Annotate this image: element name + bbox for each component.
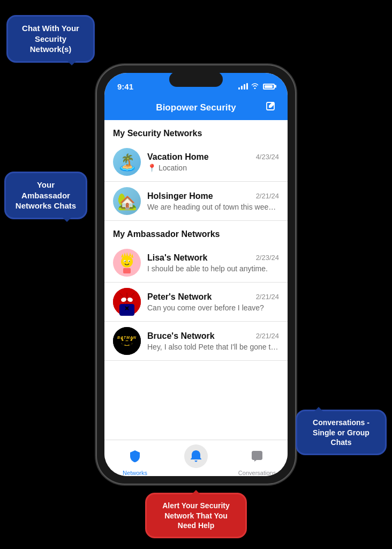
chat-info: Lisa's Network 2/23/24 I should be able … [147, 253, 279, 273]
chat-top-row: Vacation Home 4/23/24 [147, 152, 279, 162]
chat-name: Bruce's Network [147, 331, 215, 341]
chat-preview: Hey, I also told Pete that I'll be gone … [147, 343, 279, 351]
tab-conversations[interactable]: Conversations [227, 444, 288, 476]
bubble-ambassador-chats: Your Ambassador Networks Chats [4, 172, 87, 219]
chat-info: Peter's Network 2/21/24 Can you come ove… [147, 292, 279, 312]
chat-bubble-icon [250, 449, 264, 463]
chat-top-row: Holsinger Home 2/21/24 [147, 191, 279, 201]
navigation-bar: Biopower Security [104, 97, 288, 120]
svg-point-11 [129, 261, 130, 262]
list-item[interactable]: Lisa's Network 2/23/24 I should be able … [104, 243, 288, 283]
svg-point-10 [125, 261, 126, 262]
signal-bars-icon [238, 83, 248, 90]
chat-name: Lisa's Network [147, 253, 207, 263]
avatar [113, 288, 141, 316]
chat-date: 2/21/24 [256, 293, 279, 301]
compose-icon[interactable] [262, 101, 277, 115]
chat-info: Bruce's Network 2/21/24 Hey, I also told… [147, 331, 279, 351]
bubble-alert-network: Alert Your Security Network That You Nee… [145, 493, 247, 538]
svg-text:BATMAN: BATMAN [117, 336, 137, 339]
avatar [113, 249, 141, 277]
phone-screen: 9:41 [104, 73, 288, 476]
shield-icon [128, 449, 142, 463]
chat-date: 4/23/24 [256, 153, 279, 161]
chat-date: 2/21/24 [256, 332, 279, 340]
tab-networks-icon-container [123, 444, 147, 468]
list-item[interactable]: 🏝️ Vacation Home 4/23/24 📍 Location [104, 143, 288, 182]
status-icons [238, 82, 275, 91]
bubble-conversations: Conversations - Single or Group Chats [296, 410, 387, 455]
chat-name: Holsinger Home [147, 191, 213, 201]
bubble-chat-with-networks: Chat With Your Security Network(s) [6, 15, 95, 63]
dynamic-island [169, 72, 223, 87]
chat-info: Holsinger Home 2/21/24 We are heading ou… [147, 191, 279, 211]
chat-name: Vacation Home [147, 152, 209, 162]
chat-preview: 📍 Location [147, 164, 279, 172]
status-time: 9:41 [117, 82, 133, 91]
tab-alert-icon-container [184, 444, 208, 468]
chat-top-row: Lisa's Network 2/23/24 [147, 253, 279, 263]
svg-point-2 [121, 256, 133, 268]
list-item[interactable]: BATMAN Bruce's Network 2/21/24 [104, 322, 288, 361]
svg-rect-21 [119, 304, 134, 316]
avatar: BATMAN [113, 327, 141, 355]
tab-alert[interactable] [165, 444, 227, 470]
chat-date: 2/21/24 [256, 192, 279, 200]
list-item[interactable]: Peter's Network 2/21/24 Can you come ove… [104, 283, 288, 322]
svg-rect-12 [123, 268, 131, 273]
tab-bar: Networks Conversatio [104, 440, 288, 476]
wifi-icon [251, 82, 259, 91]
ambassador-networks-header: My Ambassador Networks [104, 221, 288, 243]
chat-list-content: My Security Networks 🏝️ Vacation Home 4/… [104, 120, 288, 440]
tab-networks[interactable]: Networks [104, 444, 165, 476]
tab-conversations-icon-container [245, 444, 269, 468]
chat-name: Peter's Network [147, 292, 212, 302]
nav-title: Biopower Security [130, 102, 262, 113]
battery-icon [263, 84, 275, 90]
chat-info: Vacation Home 4/23/24 📍 Location [147, 152, 279, 172]
chat-preview: Can you come over before I leave? [147, 303, 279, 312]
location-icon: 📍 [147, 164, 156, 172]
svg-point-27 [124, 341, 130, 345]
tab-conversations-label: Conversations [238, 470, 276, 476]
chat-date: 2/23/24 [256, 254, 279, 262]
list-item[interactable]: 🏡 Holsinger Home 2/21/24 We are heading … [104, 182, 288, 221]
chat-preview: We are heading out of town this weekend … [147, 203, 279, 211]
chat-top-row: Bruce's Network 2/21/24 [147, 331, 279, 341]
phone-frame: 9:41 [97, 65, 295, 484]
chat-preview: I should be able to help out anytime. [147, 264, 279, 273]
bell-icon [189, 449, 203, 464]
chat-top-row: Peter's Network 2/21/24 [147, 292, 279, 302]
avatar: 🏝️ [113, 148, 141, 176]
avatar: 🏡 [113, 187, 141, 215]
tab-networks-label: Networks [123, 470, 147, 476]
security-networks-header: My Security Networks [104, 120, 288, 143]
